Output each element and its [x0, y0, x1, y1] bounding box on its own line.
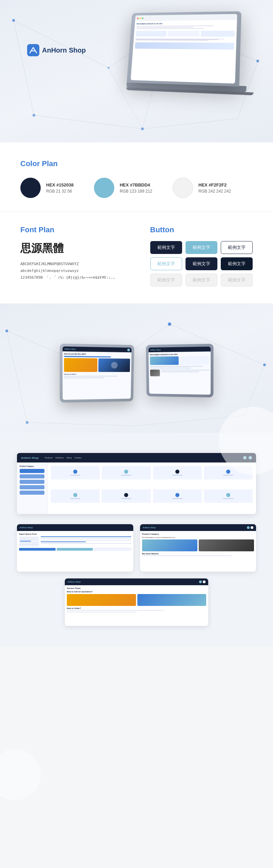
tablet-left: AnHorn Shop How do you like this offer? [60, 343, 134, 402]
svg-line-19 [7, 331, 27, 422]
search-icon-sm [243, 456, 247, 459]
ds-sidebar-item-5 [20, 491, 44, 495]
ss-left-form [19, 536, 131, 547]
ss-left-body: Agent Query Form [17, 531, 133, 572]
desktop-main-screenshot: AnHorn Shop Products Solutions About Con… [17, 453, 256, 514]
ss-bottom-title: Service Ticket [67, 587, 206, 589]
tablet-right-screen: AnHorn Shop find multiple chemicals in o… [148, 347, 210, 395]
button-dark-solid[interactable]: 範例文字 [186, 257, 217, 270]
ss-right-subtitle: Our information or news is important for… [142, 536, 254, 538]
tablet-right: AnHorn Shop find multiple chemicals in o… [146, 344, 213, 397]
swatch-info-light: HEX #F2F2F2 RGB 242 242 242 [198, 182, 231, 194]
button-outline-cyan[interactable]: 範例文字 [150, 257, 182, 270]
ss-right-logo: AnHorn Shop [143, 527, 156, 529]
swatch-rgb-dark: RGB 21 32 56 [46, 189, 74, 194]
color-swatch-dark: HEX #152038 RGB 21 32 56 [20, 178, 74, 198]
laptop-screen: find multiple chemicals in one click [131, 14, 237, 83]
screenshot-pair: AnHorn Shop Agent Query Form [17, 524, 256, 572]
svg-line-22 [244, 365, 265, 416]
swatch-circle-cyan [94, 178, 114, 198]
button-outline-dark[interactable]: 範例文字 [221, 241, 253, 254]
ds-sidebar-title: Product Category [20, 465, 44, 467]
ds-sidebar: Product Category [17, 462, 47, 514]
svg-line-3 [14, 20, 34, 115]
ds-card-1 [51, 466, 100, 479]
laptop-lid: find multiple chemicals in one click [127, 11, 241, 86]
ss-right-why: Why Select Medicine [142, 553, 254, 555]
svg-point-25 [263, 363, 266, 366]
font-button-grid: Font Plan 思源黑體 ABCDEFGHIJKLMNOPQRSTUVWXY… [20, 225, 253, 287]
laptop-body-wrapper: find multiple chemicals in one click [124, 11, 256, 131]
ss-right-header: AnHorn Shop [140, 524, 256, 531]
ss-right-img-1 [142, 539, 197, 551]
ds-sidebar-item-3 [20, 480, 44, 484]
ds-card-3 [153, 466, 202, 479]
ds-logo: AnHorn Shop [21, 456, 39, 459]
ds-sidebar-item-1 [20, 469, 44, 473]
color-swatch-light: HEX #F2F2F2 RGB 242 242 242 [173, 178, 231, 198]
font-button-section: Font Plan 思源黑體 ABCDEFGHIJKLMNOPQRSTUVWXY… [0, 212, 273, 304]
ds-body: Product Category [17, 462, 256, 514]
ss-right-images [142, 539, 254, 551]
ds-header-icons [243, 456, 252, 459]
svg-point-23 [5, 330, 8, 332]
color-swatches-container: HEX #152038 RGB 21 32 56 HEX #7BBDD4 RGB… [20, 178, 253, 198]
ss-bottom-img-1 [67, 594, 136, 606]
user-icon-sm [249, 456, 252, 459]
ss-right-img-2 [199, 539, 254, 551]
color-plan-title: Color Plan [20, 159, 253, 168]
svg-point-13 [141, 127, 144, 130]
desktop-section: AnHorn Shop Products Solutions About Con… [0, 433, 273, 646]
ss-left-header: AnHorn Shop [17, 524, 133, 531]
laptop-mockup: find multiple chemicals in one click [124, 10, 253, 125]
ds-card-6 [102, 489, 151, 503]
ds-card-7 [153, 489, 202, 503]
button-dark[interactable]: 範例文字 [150, 241, 182, 254]
button-disabled-1: 範例文字 [150, 274, 182, 287]
ds-card-2 [102, 466, 151, 479]
ss-bottom-body: Service Ticket How to Ask for Quotation?… [65, 585, 208, 626]
ss-bottom-images [67, 594, 206, 606]
swatch-rgb-cyan: RGB 123 189 212 [120, 189, 152, 194]
svg-rect-15 [27, 44, 39, 56]
ds-nav: Products Solutions About Contact [45, 457, 82, 459]
swatch-hex-dark: HEX #152038 [46, 182, 74, 188]
tablet-pair: AnHorn Shop How do you like this offer? [60, 344, 213, 402]
hero-section: AnHorn Shop find multiple chemicals in o… [0, 0, 273, 142]
font-name-chinese: 思源黑體 [20, 241, 123, 256]
tablet-left-screen: AnHorn Shop How do you like this offer? [62, 347, 131, 400]
swatch-circle-dark [20, 178, 41, 198]
svg-point-26 [26, 421, 28, 424]
swatch-info-cyan: HEX #7BBDD4 RGB 123 189 212 [120, 182, 152, 194]
svg-point-9 [12, 19, 15, 22]
ss-bottom-sub2: How to Order? [67, 607, 206, 609]
ds-sidebar-item-4 [20, 485, 44, 489]
font-plan-title: Font Plan [20, 225, 123, 234]
hero-logo: AnHorn Shop [27, 44, 86, 56]
svg-point-24 [168, 322, 171, 326]
ss-left-title: Agent Query Form [19, 533, 131, 535]
ds-card-8 [204, 489, 253, 503]
swatch-circle-light [173, 178, 193, 198]
anhorn-logo-icon [27, 44, 39, 56]
svg-point-14 [108, 67, 110, 69]
laptop-screen-title: find multiple chemicals in one click [137, 22, 235, 25]
color-swatch-cyan: HEX #7BBDD4 RGB 123 189 212 [94, 178, 152, 198]
ss-left-bottom [19, 548, 131, 551]
hero-logo-text: AnHorn Shop [42, 46, 86, 54]
button-dark-deep[interactable]: 範例文字 [221, 257, 253, 270]
button-disabled-2: 範例文字 [186, 274, 217, 287]
font-chars-upper: ABCDEFGHIJKLMNOPQRSTUVWXYZ abcdefghijklm… [20, 261, 123, 281]
tablet-section: AnHorn Shop How do you like this offer? [0, 304, 273, 433]
color-plan-section: Color Plan HEX #152038 RGB 21 32 56 HEX … [0, 142, 273, 212]
screenshot-right: AnHorn Shop Product Category Our informa… [140, 524, 256, 572]
button-grid: 範例文字 範例文字 範例文字 範例文字 範例文字 範例文字 範例文字 範例文字 … [150, 241, 253, 287]
swatch-rgb-light: RGB 242 242 242 [198, 189, 231, 194]
ss-left-logo: AnHorn Shop [20, 527, 33, 529]
ss-bottom-logo: AnHorn Shop [67, 581, 81, 583]
ds-card-4 [204, 466, 253, 479]
button-cyan[interactable]: 範例文字 [186, 241, 217, 254]
ds-content [47, 462, 256, 514]
swatch-info-dark: HEX #152038 RGB 21 32 56 [46, 182, 74, 194]
svg-point-11 [256, 60, 259, 62]
